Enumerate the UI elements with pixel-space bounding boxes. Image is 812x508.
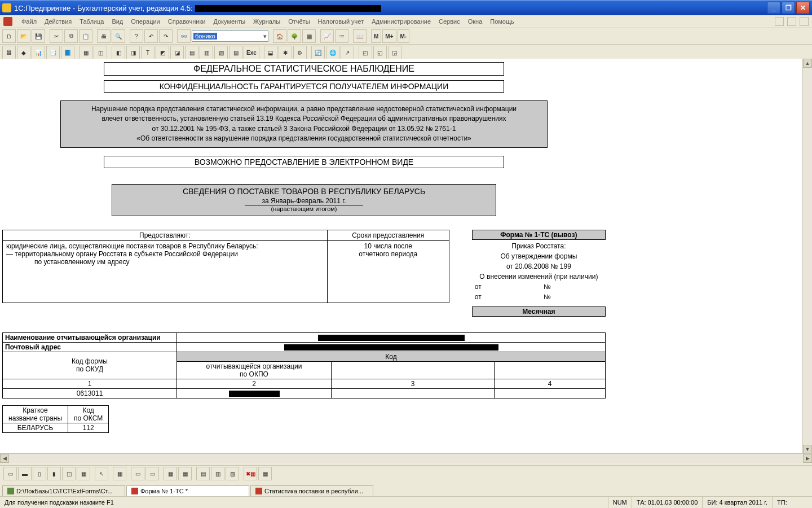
tb2-icon-16[interactable]: ▨ xyxy=(229,46,242,59)
scroll-down-icon[interactable]: ▼ xyxy=(803,445,812,454)
tb2-icon-3[interactable]: 📊 xyxy=(32,46,45,59)
list-icon[interactable]: ≔ xyxy=(335,29,348,43)
eb-icon-3[interactable]: ▯ xyxy=(33,467,46,480)
tb2-icon-19[interactable]: ⚙ xyxy=(293,46,307,59)
menu-reports[interactable]: Отчёты xyxy=(288,18,310,25)
tb2-icon-25[interactable]: ◲ xyxy=(388,46,401,59)
menu-view[interactable]: Вид xyxy=(112,18,123,25)
tb2-icon-7[interactable]: ◫ xyxy=(94,46,107,59)
tb2-exc-button[interactable]: Exc xyxy=(244,46,259,59)
mdi-minimize-icon[interactable] xyxy=(775,17,784,26)
tb2-icon-8[interactable]: ◧ xyxy=(112,46,125,59)
scroll-up-icon[interactable]: ▲ xyxy=(803,59,812,68)
menu-help[interactable]: Помощь xyxy=(490,18,514,25)
menu-operations[interactable]: Операции xyxy=(131,18,160,25)
redo-icon[interactable]: ↷ xyxy=(159,29,173,43)
tree-icon[interactable]: 🌳 xyxy=(288,29,301,43)
print-icon[interactable]: 🖶 xyxy=(97,29,111,43)
mem-m[interactable]: М xyxy=(371,29,381,43)
eb-icon-2[interactable]: ▬ xyxy=(18,467,32,480)
eb-icon-5[interactable]: ◫ xyxy=(62,467,76,480)
tb2-icon-24[interactable]: ◱ xyxy=(373,46,387,59)
tb2-icon-20[interactable]: 🔄 xyxy=(311,46,325,59)
eb-icon-11[interactable]: ▦ xyxy=(178,467,192,480)
menu-file[interactable]: Файл xyxy=(21,18,37,25)
filter-icon[interactable]: ▦ xyxy=(302,29,316,43)
tb2-icon-13[interactable]: ▤ xyxy=(185,46,198,59)
menu-service[interactable]: Сервис xyxy=(439,18,460,25)
tb2-icon-18[interactable]: ✱ xyxy=(279,46,292,59)
tb2-icon-9[interactable]: ◨ xyxy=(126,46,140,59)
eb-icon-7[interactable]: ▦ xyxy=(113,467,126,480)
close-button[interactable]: ✕ xyxy=(796,2,810,14)
paste-icon[interactable]: 📋 xyxy=(79,29,92,43)
tb2-icon-15[interactable]: ▧ xyxy=(214,46,228,59)
tb2-icon-12[interactable]: ◪ xyxy=(170,46,184,59)
minimize-button[interactable]: _ xyxy=(767,2,780,14)
scroll-left-icon[interactable]: ◀ xyxy=(0,454,9,463)
menu-journals[interactable]: Журналы xyxy=(253,18,280,25)
document-scroll[interactable]: ФЕДЕРАЛЬНОЕ СТАТИСТИЧЕСКОЕ НАБЛЮДЕНИЕ КО… xyxy=(0,59,803,454)
eb-icon-10[interactable]: ▦ xyxy=(164,467,177,480)
window-tab-2[interactable]: Форма № 1-ТС * xyxy=(126,485,249,496)
menu-actions[interactable]: Действия xyxy=(45,18,72,25)
menu-refs[interactable]: Справочники xyxy=(168,18,206,25)
help-icon[interactable]: ? xyxy=(130,29,143,43)
tb2-icon-1[interactable]: 🏛 xyxy=(2,46,16,59)
mem-m-minus[interactable]: М- xyxy=(398,29,410,43)
menu-tax[interactable]: Налоговый учет xyxy=(318,18,364,25)
tb2-icon-2[interactable]: ◆ xyxy=(17,46,30,59)
eb-icon-15[interactable]: ✖▦ xyxy=(244,467,257,480)
cut-icon[interactable]: ✂ xyxy=(50,29,63,43)
save-icon[interactable]: 💾 xyxy=(32,29,45,43)
doc-icon xyxy=(7,488,14,494)
mem-m-plus[interactable]: М+ xyxy=(382,29,396,43)
menu-docs[interactable]: Документы xyxy=(213,18,245,25)
tb2-icon-22[interactable]: ↗ xyxy=(341,46,354,59)
search-combo[interactable]: бонико ▾ xyxy=(192,30,268,42)
chevron-down-icon[interactable]: ▾ xyxy=(263,33,267,40)
eb-icon-8[interactable]: ▭ xyxy=(131,467,144,480)
window-tab-1[interactable]: D:\ЛокБазы1С\ТСТ\ExtForms\Ст... xyxy=(2,485,125,496)
copy-icon[interactable]: ⧉ xyxy=(64,29,78,43)
menu-table[interactable]: Таблица xyxy=(80,18,104,25)
tb2-icon-5[interactable]: 📘 xyxy=(61,46,74,59)
eb-icon-4[interactable]: ▮ xyxy=(47,467,61,480)
tb2-icon-17[interactable]: ⬓ xyxy=(264,46,277,59)
tb2-icon-10[interactable]: Т xyxy=(141,46,155,59)
menu-admin[interactable]: Администрирование xyxy=(372,18,431,25)
book-icon[interactable]: 📖 xyxy=(353,29,367,43)
undo-icon[interactable]: ↶ xyxy=(144,29,158,43)
mdi-restore-icon[interactable] xyxy=(787,17,796,26)
eb-icon-9[interactable]: ▭ xyxy=(145,467,159,480)
maximize-button[interactable]: ❐ xyxy=(782,2,795,14)
preview-icon[interactable]: 🔍 xyxy=(112,29,125,43)
open-icon[interactable]: 📂 xyxy=(17,29,30,43)
eb-icon-13[interactable]: ▥ xyxy=(211,467,224,480)
tb2-icon-4[interactable]: 📑 xyxy=(46,46,60,59)
tb2-icon-14[interactable]: ▥ xyxy=(200,46,213,59)
tb2-icon-23[interactable]: ◰ xyxy=(359,46,372,59)
eb-icon-16[interactable]: ▦ xyxy=(258,467,272,480)
eb-icon-14[interactable]: ▧ xyxy=(226,467,239,480)
horizontal-scrollbar[interactable]: ◀ ▶ xyxy=(0,453,812,463)
tb2-icon-21[interactable]: 🌐 xyxy=(326,46,339,59)
eb-pointer-icon[interactable]: ↖ xyxy=(95,467,108,480)
tb2-icon-11[interactable]: ◩ xyxy=(156,46,169,59)
eb-icon-1[interactable]: ▭ xyxy=(3,467,17,480)
binoculars-icon[interactable]: 👓 xyxy=(177,29,191,43)
eb-icon-6[interactable]: ▦ xyxy=(77,467,90,480)
menu-windows[interactable]: Окна xyxy=(468,18,483,25)
eform-box: ВОЗМОЖНО ПРЕДОСТАВЛЕНИЕ В ЭЛЕКТРОННОМ ВИ… xyxy=(104,156,504,168)
new-icon[interactable]: 🗋 xyxy=(2,29,16,43)
home-icon[interactable]: 🏠 xyxy=(273,29,286,43)
hscroll-track[interactable] xyxy=(9,454,803,463)
window-tab-3[interactable]: Статистика поставки в республи... xyxy=(250,485,373,496)
mdi-close-icon[interactable] xyxy=(800,17,809,26)
provide-who-l1: юридические лица, осуществляющие поставк… xyxy=(6,242,324,250)
eb-icon-12[interactable]: ▤ xyxy=(196,467,210,480)
tb2-icon-6[interactable]: ▦ xyxy=(79,46,92,59)
scroll-right-icon[interactable]: ▶ xyxy=(803,454,812,463)
vertical-scrollbar[interactable]: ▲ ▼ xyxy=(802,59,812,454)
graph-icon[interactable]: 📈 xyxy=(320,29,334,43)
